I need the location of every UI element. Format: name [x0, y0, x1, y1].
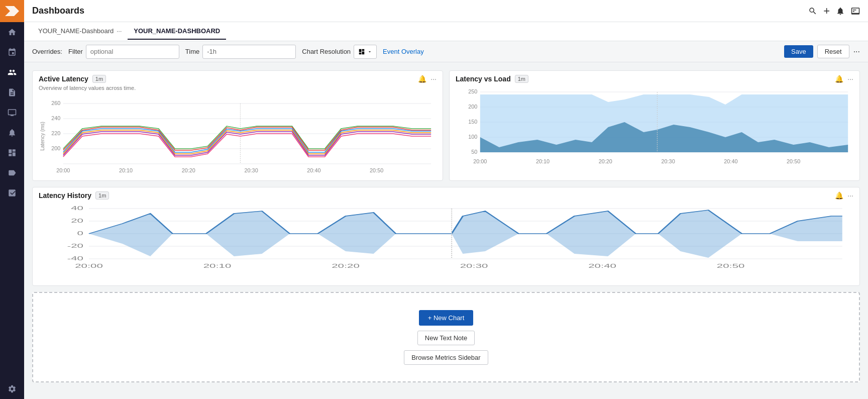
overrides-label: Overrides:: [32, 48, 62, 55]
page-title: Dashboards: [32, 6, 808, 16]
sidebar-item-storage[interactable]: [0, 183, 24, 203]
search-icon[interactable]: [808, 7, 817, 16]
panel-active-latency-title: Active Latency: [39, 75, 88, 83]
active-latency-svg: 260 240 220 200 Latency (ms): [39, 96, 437, 176]
chart-resolution-button[interactable]: [354, 45, 377, 59]
panel-latency-vs-load-chart: 250 200 150 100 50 20:00 20:10: [450, 85, 859, 180]
panel-active-latency-chart: 260 240 220 200 Latency (ms): [33, 94, 443, 180]
notifications-icon[interactable]: [836, 7, 845, 16]
svg-text:20:50: 20:50: [787, 159, 800, 164]
svg-text:40: 40: [71, 206, 83, 212]
filter-input[interactable]: [86, 45, 179, 59]
panel-latency-vs-load-header: Latency vs Load 1m 🔔 ···: [450, 71, 859, 85]
save-button[interactable]: Save: [784, 45, 813, 58]
svg-text:250: 250: [468, 89, 477, 94]
panel-latency-vs-load-title: Latency vs Load: [456, 75, 511, 83]
tabbar: YOUR_NAME-Dashboard ··· YOUR_NAME-DASHBO…: [24, 22, 868, 41]
panel-active-latency-badge: 1m: [92, 75, 106, 83]
panel-more-icon-3[interactable]: ···: [847, 191, 853, 200]
sidebar-item-connections[interactable]: [0, 42, 24, 62]
sidebar-item-settings[interactable]: [0, 379, 24, 399]
main-content: Dashboards + YOUR_NAME-Dashboard ··· YOU…: [24, 0, 868, 399]
panel-latency-vs-load-icons: 🔔 ···: [835, 75, 853, 83]
layout-icon[interactable]: [851, 7, 860, 16]
svg-text:20:10: 20:10: [119, 168, 133, 173]
splunk-logo: [0, 0, 24, 22]
svg-text:0: 0: [77, 231, 83, 237]
svg-text:50: 50: [471, 149, 477, 155]
sidebar-item-people[interactable]: [0, 62, 24, 82]
svg-marker-47: [89, 210, 842, 234]
time-input[interactable]: [202, 45, 296, 59]
svg-text:Latency (ms): Latency (ms): [39, 122, 45, 151]
svg-text:20:40: 20:40: [307, 168, 320, 173]
overrides-bar: Overrides: Filter Time Chart Resolution …: [24, 41, 868, 62]
dashboard-content: Active Latency 1m 🔔 ··· Overview of late…: [24, 62, 868, 399]
sidebar-item-alerts[interactable]: [0, 123, 24, 143]
new-text-note-button[interactable]: New Text Note: [417, 331, 475, 345]
panel-more-icon-2[interactable]: ···: [847, 75, 853, 83]
panel-active-latency-subtitle: Overview of latency values across time.: [33, 85, 443, 94]
svg-text:20:20: 20:20: [332, 263, 360, 269]
sidebar-item-dashboard[interactable]: [0, 143, 24, 163]
svg-marker-0: [5, 6, 19, 16]
chart-row-1: Active Latency 1m 🔔 ··· Overview of late…: [32, 70, 860, 181]
svg-text:20:10: 20:10: [536, 159, 550, 164]
svg-text:20: 20: [71, 218, 83, 224]
sidebar-item-home[interactable]: [0, 22, 24, 42]
sidebar-item-monitor[interactable]: [0, 103, 24, 123]
browse-metrics-button[interactable]: Browse Metrics Sidebar: [404, 350, 488, 365]
panel-latency-vs-load-badge: 1m: [515, 75, 528, 83]
panel-latency-history-badge: 1m: [95, 191, 109, 200]
latency-history-svg: 40 20 0 -20 -40 20:00: [39, 204, 853, 281]
tab-your-name-dashboard-active[interactable]: YOUR_NAME-DASHBOARD: [128, 23, 226, 40]
latency-vs-load-svg: 250 200 150 100 50 20:00 20:10: [456, 87, 853, 172]
filter-group: Filter: [68, 45, 179, 59]
svg-text:20:00: 20:00: [473, 159, 487, 164]
add-panel: + New Chart New Text Note Browse Metrics…: [32, 292, 860, 382]
bell-icon-3[interactable]: 🔔: [835, 191, 843, 200]
reset-button[interactable]: Reset: [817, 45, 849, 58]
svg-text:200: 200: [51, 146, 60, 151]
svg-text:260: 260: [51, 101, 60, 106]
time-group: Time: [185, 45, 296, 59]
topbar-icons: +: [808, 5, 860, 18]
svg-text:-20: -20: [67, 243, 83, 249]
overrides-actions: Save Reset ···: [784, 45, 860, 58]
panel-active-latency-icons: 🔔 ···: [418, 75, 437, 83]
tab-your-name-dashboard[interactable]: YOUR_NAME-Dashboard ···: [32, 23, 128, 40]
panel-latency-history-icons: 🔔 ···: [835, 191, 853, 200]
more-options-button[interactable]: ···: [853, 47, 860, 56]
bell-icon-2[interactable]: 🔔: [835, 75, 843, 83]
sidebar: [0, 0, 24, 399]
new-chart-button[interactable]: + New Chart: [419, 310, 474, 326]
bell-icon[interactable]: 🔔: [418, 75, 426, 83]
sidebar-item-reports[interactable]: [0, 82, 24, 103]
svg-text:200: 200: [468, 104, 477, 110]
svg-text:20:50: 20:50: [717, 263, 745, 269]
panel-latency-history-title: Latency History: [39, 191, 91, 200]
svg-text:240: 240: [51, 116, 60, 121]
svg-marker-48: [89, 234, 842, 258]
panel-latency-history-header: Latency History 1m 🔔 ···: [33, 187, 859, 202]
chart-resolution-group: Chart Resolution: [302, 45, 377, 59]
svg-text:20:30: 20:30: [460, 263, 488, 269]
svg-text:20:30: 20:30: [662, 159, 675, 164]
svg-text:20:20: 20:20: [599, 159, 612, 164]
panel-active-latency-header: Active Latency 1m 🔔 ···: [33, 71, 443, 85]
svg-text:100: 100: [468, 134, 477, 140]
svg-text:150: 150: [468, 119, 477, 125]
svg-text:20:00: 20:00: [75, 263, 103, 269]
event-overlay-button[interactable]: Event Overlay: [383, 48, 424, 55]
sidebar-item-tags[interactable]: [0, 163, 24, 183]
svg-text:20:20: 20:20: [182, 168, 195, 173]
add-icon[interactable]: +: [823, 5, 830, 18]
tab-more-icon[interactable]: ···: [117, 28, 122, 35]
panel-active-latency: Active Latency 1m 🔔 ··· Overview of late…: [32, 70, 443, 181]
filter-label: Filter: [68, 48, 83, 55]
panel-more-icon[interactable]: ···: [430, 75, 437, 83]
svg-text:20:40: 20:40: [724, 159, 737, 164]
svg-text:20:00: 20:00: [56, 168, 70, 173]
svg-text:220: 220: [51, 131, 60, 136]
panel-latency-history-chart: 40 20 0 -20 -40 20:00: [33, 202, 859, 285]
